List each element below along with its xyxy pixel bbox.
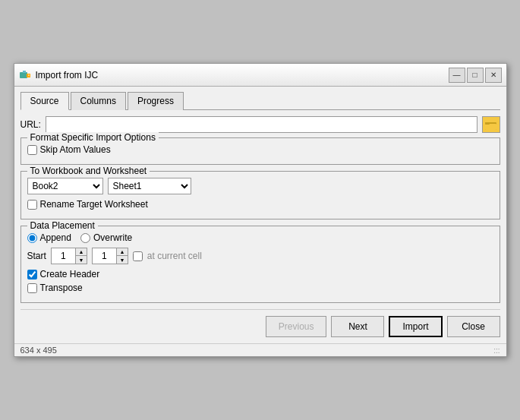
- transpose-row: Transpose: [27, 283, 493, 293]
- book-select[interactable]: Book2 Book1 Book3: [27, 178, 103, 194]
- window-title: Import from IJC: [36, 70, 99, 81]
- start-row-input[interactable]: 1: [92, 248, 116, 264]
- format-options-group: Format Specific Import Options Skip Atom…: [20, 137, 500, 165]
- app-icon: [19, 69, 31, 81]
- tab-columns[interactable]: Columns: [71, 92, 126, 110]
- create-header-row: Create Header: [27, 269, 493, 279]
- create-header-label: Create Header: [40, 269, 100, 279]
- transpose-checkbox[interactable]: [27, 283, 37, 293]
- start-col-spinner: 1 ▲ ▼: [51, 248, 87, 264]
- previous-button[interactable]: Previous: [266, 316, 327, 337]
- skip-atom-checkbox[interactable]: [27, 145, 37, 155]
- resize-grip: :::: [493, 346, 500, 355]
- start-row-down[interactable]: ▼: [117, 256, 128, 264]
- window-controls: — □ ✕: [449, 68, 502, 83]
- append-label: Append: [40, 232, 71, 243]
- data-placement-title: Data Placement: [27, 220, 98, 231]
- url-row: URL:: [20, 116, 500, 133]
- window-body: Source Columns Progress URL: Form: [14, 87, 506, 343]
- create-header-checkbox[interactable]: [27, 270, 37, 279]
- url-input[interactable]: [46, 116, 477, 133]
- next-button[interactable]: Next: [331, 316, 384, 337]
- close-window-button[interactable]: ✕: [485, 68, 502, 83]
- close-button[interactable]: Close: [447, 316, 500, 337]
- rename-label: Rename Target Worksheet: [40, 199, 148, 210]
- title-bar: Import from IJC — □ ✕: [14, 64, 506, 87]
- import-button[interactable]: Import: [389, 316, 442, 337]
- placement-radio-row: Append Overwrite: [27, 232, 493, 243]
- maximize-button[interactable]: □: [467, 68, 484, 83]
- start-col-input[interactable]: 1: [51, 248, 75, 264]
- overwrite-radio[interactable]: [80, 233, 90, 243]
- at-current-cell-label: at current cell: [147, 251, 202, 261]
- start-col-down[interactable]: ▼: [76, 256, 87, 264]
- svg-rect-0: [20, 72, 27, 78]
- at-current-cell-checkbox[interactable]: [133, 251, 143, 261]
- tab-progress[interactable]: Progress: [128, 92, 184, 110]
- title-bar-left: Import from IJC: [19, 69, 99, 81]
- workbook-group-title: To Workbook and Worksheet: [27, 166, 150, 176]
- browse-button[interactable]: [482, 116, 500, 133]
- skip-atom-row: Skip Atom Values: [27, 144, 493, 155]
- start-label: Start: [27, 251, 46, 261]
- sheet-select[interactable]: Sheet1 Sheet2 Sheet3: [108, 178, 191, 194]
- button-row: Previous Next Import Close: [20, 309, 500, 337]
- format-options-title: Format Specific Import Options: [27, 132, 159, 143]
- tab-source[interactable]: Source: [20, 92, 69, 110]
- workbook-group: To Workbook and Worksheet Book2 Book1 Bo…: [20, 171, 500, 219]
- append-radio[interactable]: [27, 233, 37, 243]
- start-row: Start 1 ▲ ▼ 1 ▲ ▼: [27, 248, 493, 264]
- minimize-button[interactable]: —: [449, 68, 465, 83]
- start-row-spinner: 1 ▲ ▼: [92, 248, 128, 264]
- main-window: Import from IJC — □ ✕ Source Columns Pro…: [14, 63, 507, 357]
- start-col-up[interactable]: ▲: [76, 248, 87, 256]
- url-label: URL:: [20, 119, 41, 130]
- rename-worksheet-checkbox[interactable]: [27, 200, 37, 210]
- status-bar: 634 x 495 :::: [14, 343, 506, 356]
- data-placement-group: Data Placement Append Overwrite Start: [20, 226, 500, 303]
- tab-bar: Source Columns Progress: [20, 91, 500, 110]
- svg-rect-2: [485, 124, 496, 130]
- rename-row: Rename Target Worksheet: [27, 199, 493, 210]
- overwrite-label: Overwrite: [93, 232, 132, 243]
- transpose-label: Transpose: [40, 283, 83, 293]
- skip-atom-label: Skip Atom Values: [40, 144, 111, 155]
- svg-rect-3: [485, 122, 490, 125]
- workbook-row: Book2 Book1 Book3 Sheet1 Sheet2 Sheet3: [27, 178, 493, 194]
- append-radio-item: Append: [27, 232, 71, 243]
- overwrite-radio-item: Overwrite: [80, 232, 132, 243]
- start-row-up[interactable]: ▲: [117, 248, 128, 256]
- status-text: 634 x 495: [20, 346, 57, 355]
